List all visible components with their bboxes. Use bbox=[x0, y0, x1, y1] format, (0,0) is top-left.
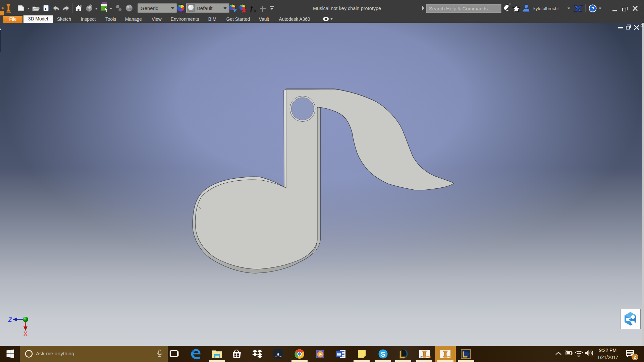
svg-text:PRO: PRO bbox=[427, 356, 431, 358]
svg-text:2: 2 bbox=[634, 355, 636, 360]
svg-text:Generic: Generic bbox=[141, 5, 158, 11]
svg-text:?: ? bbox=[591, 6, 594, 11]
svg-text:f: f bbox=[250, 4, 253, 12]
svg-text:a: a bbox=[277, 350, 280, 358]
svg-text:PRO: PRO bbox=[6, 11, 11, 13]
svg-text:Z: Z bbox=[8, 316, 12, 323]
svg-text:p: p bbox=[2, 6, 4, 10]
svg-text:W: W bbox=[337, 352, 341, 357]
svg-text:PRO: PRO bbox=[448, 356, 452, 358]
svg-text:X: X bbox=[23, 330, 28, 337]
svg-text:S: S bbox=[381, 350, 385, 358]
svg-text:Default: Default bbox=[197, 5, 213, 11]
svg-text:x: x bbox=[254, 8, 256, 13]
